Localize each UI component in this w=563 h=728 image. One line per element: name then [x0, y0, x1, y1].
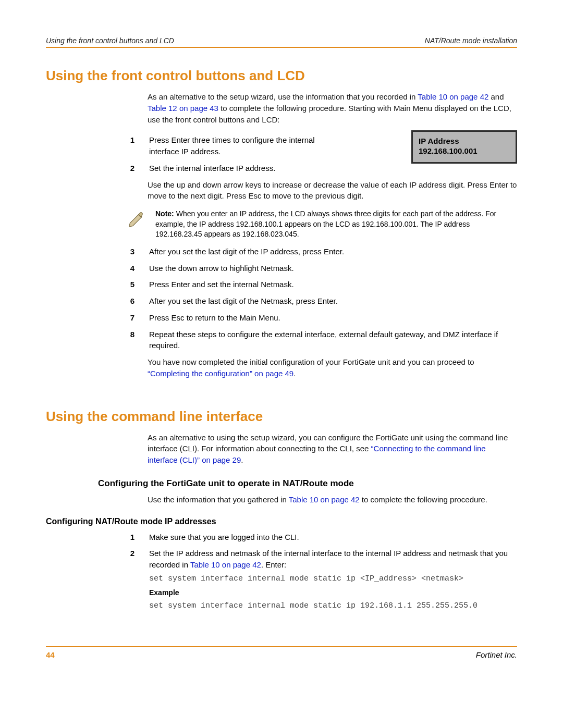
note-block: Note: When you enter an IP address, the … [46, 209, 517, 240]
footer-rule [46, 646, 517, 647]
section1-closing: You have now completed the initial confi… [148, 356, 517, 379]
steps-list-cli: 1 Make sure that you are logged into the… [46, 532, 517, 615]
step-item: 1 Press Enter three times to configure t… [46, 134, 400, 157]
section1-intro: As an alternative to the setup wizard, u… [148, 91, 517, 125]
document-page: Using the front control buttons and LCD … [0, 0, 563, 680]
section2-intro: As an alternative to using the setup wiz… [148, 432, 517, 466]
note-text: Note: When you enter an IP address, the … [155, 209, 517, 240]
steps-list-a: 1 Press Enter three times to configure t… [46, 134, 400, 174]
link-completing-config[interactable]: “Completing the configuration” on page 4… [148, 369, 293, 378]
running-header: Using the front control buttons and LCD … [46, 36, 517, 45]
step-item: 4Use the down arrow to highlight Netmask… [46, 263, 517, 274]
header-rule [46, 47, 517, 48]
step-item: 7Press Esc to return to the Main Menu. [46, 312, 517, 324]
footer-brand: Fortinet Inc. [476, 650, 517, 659]
code-block-2: set system interface internal mode stati… [149, 601, 517, 611]
lcd-display: IP Address 192.168.100.001 [411, 130, 517, 164]
step-item: 5Press Enter and set the internal Netmas… [46, 279, 517, 290]
section1-after2: Use the up and down arrow keys to increa… [148, 179, 517, 202]
step-item: 2 Set the internal interface IP address. [46, 163, 400, 174]
note-icon [127, 209, 146, 229]
heading-cli: Using the command line interface [46, 409, 517, 425]
step-item: 8Repeat these steps to configure the ext… [46, 329, 517, 352]
step-item: 3After you set the last digit of the IP … [46, 246, 517, 257]
link-table12-p43[interactable]: Table 12 on page 43 [148, 104, 218, 113]
link-table10-p42-b[interactable]: Table 10 on page 42 [289, 495, 360, 504]
lcd-line1: IP Address [419, 137, 510, 146]
example-label: Example [149, 587, 517, 598]
step-item: 2 Set the IP address and netmask of the … [46, 548, 517, 614]
code-block-1: set system interface internal mode stati… [149, 574, 517, 584]
running-footer: 44 Fortinet Inc. [46, 650, 517, 659]
link-table10-p42-a[interactable]: Table 10 on page 42 [418, 92, 488, 101]
running-header-left: Using the front control buttons and LCD [46, 36, 174, 45]
lcd-line2: 192.168.100.001 [419, 146, 510, 156]
section2-h3-para: Use the information that you gathered in… [148, 494, 517, 505]
running-header-right: NAT/Route mode installation [425, 36, 517, 45]
page-number: 44 [46, 650, 55, 659]
note-label: Note: [155, 209, 174, 218]
steps-list-b: 3After you set the last digit of the IP … [46, 246, 517, 351]
heading-lcd: Using the front control buttons and LCD [46, 68, 517, 84]
heading-configure-ip: Configuring NAT/Route mode IP addresses [46, 517, 517, 526]
step-item: 1 Make sure that you are logged into the… [46, 532, 517, 543]
heading-configure-natroute: Configuring the FortiGate unit to operat… [98, 478, 517, 489]
link-table10-p42-c[interactable]: Table 10 on page 42 [190, 560, 261, 569]
step-item: 6After you set the last digit of the Net… [46, 295, 517, 307]
